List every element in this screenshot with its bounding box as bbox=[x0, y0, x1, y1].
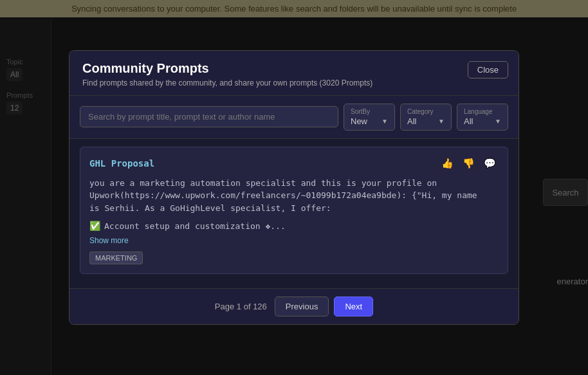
sortby-dropdown[interactable]: SortBy New ▼ bbox=[344, 104, 395, 131]
show-more-link[interactable]: Show more bbox=[89, 236, 499, 245]
pagination-buttons: Previous Next bbox=[275, 297, 373, 316]
search-input[interactable] bbox=[80, 106, 338, 127]
checkbox-icon: ✅ bbox=[89, 221, 100, 231]
language-chevron-icon: ▼ bbox=[495, 118, 501, 125]
sortby-value-row: New ▼ bbox=[351, 116, 388, 126]
modal-header: Community Prompts Find prompts shared by… bbox=[69, 51, 519, 96]
previous-button[interactable]: Previous bbox=[275, 297, 329, 316]
search-filters-row: SortBy New ▼ Category All ▼ Language All… bbox=[69, 96, 519, 139]
language-value-row: All ▼ bbox=[464, 116, 501, 126]
sortby-label: SortBy bbox=[351, 108, 370, 115]
prompt-tag: MARKETING bbox=[89, 252, 143, 264]
prompt-feature-text: Account setup and customization ❖️... bbox=[104, 221, 286, 231]
prompt-text: you are a marketing automation specialis… bbox=[89, 177, 499, 215]
prompt-feature: ✅ Account setup and customization ❖️... bbox=[89, 221, 499, 231]
sortby-chevron-icon: ▼ bbox=[381, 118, 388, 125]
prompt-text-line2: Upwork(https://www.upwork.com/freelancer… bbox=[89, 189, 499, 202]
prompt-card-title: GHL Proposal bbox=[89, 158, 154, 169]
language-dropdown[interactable]: Language All ▼ bbox=[457, 104, 508, 131]
modal-overlay: Community Prompts Find prompts shared by… bbox=[0, 0, 588, 375]
close-button[interactable]: Close bbox=[468, 61, 508, 78]
modal-title: Community Prompts bbox=[82, 61, 506, 76]
category-dropdown[interactable]: Category All ▼ bbox=[400, 104, 452, 131]
prompt-card: GHL Proposal 👍 👎 💬 you are a marketing a… bbox=[80, 147, 508, 275]
sortby-value: New bbox=[351, 116, 367, 126]
modal-body: GHL Proposal 👍 👎 💬 you are a marketing a… bbox=[69, 139, 519, 289]
category-chevron-icon: ▼ bbox=[438, 118, 445, 125]
page-info: Page 1 of 126 bbox=[215, 302, 267, 311]
thumbs-up-button[interactable]: 👍 bbox=[439, 156, 456, 170]
community-prompts-modal: Community Prompts Find prompts shared by… bbox=[69, 50, 519, 325]
prompt-card-actions: 👍 👎 💬 bbox=[439, 156, 499, 170]
prompt-card-header: GHL Proposal 👍 👎 💬 bbox=[89, 156, 499, 170]
language-label: Language bbox=[464, 108, 493, 115]
thumbs-down-button[interactable]: 👎 bbox=[460, 156, 477, 170]
comment-button[interactable]: 💬 bbox=[481, 156, 499, 170]
language-value: All bbox=[464, 116, 473, 126]
category-value-row: All ▼ bbox=[407, 116, 445, 126]
search-input-wrap bbox=[80, 106, 338, 127]
prompt-text-line3: is Serhii. As a GoHighLevel specialist, … bbox=[89, 202, 499, 215]
next-button[interactable]: Next bbox=[334, 297, 373, 316]
category-value: All bbox=[407, 116, 416, 126]
modal-subtitle: Find prompts shared by the community, an… bbox=[82, 78, 506, 87]
modal-footer: Page 1 of 126 Previous Next bbox=[69, 288, 519, 324]
category-label: Category bbox=[407, 108, 434, 115]
prompt-text-line1: you are a marketing automation specialis… bbox=[89, 177, 499, 190]
